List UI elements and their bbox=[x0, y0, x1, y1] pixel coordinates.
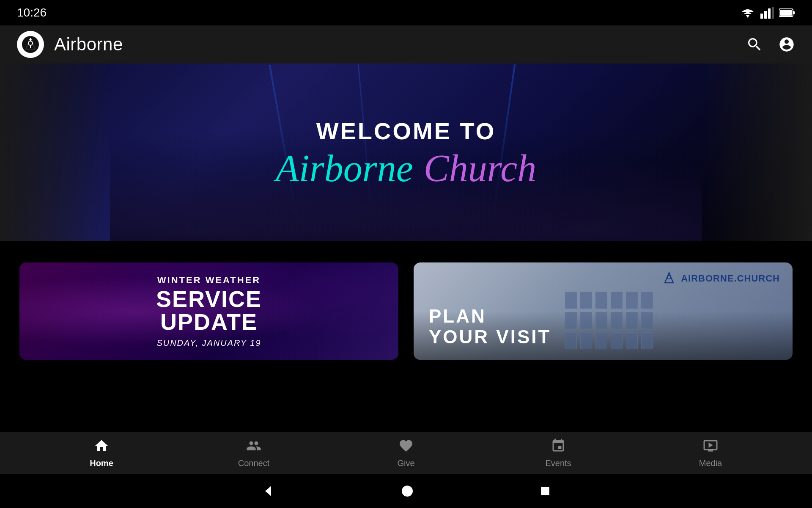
plan-visit-card[interactable]: AIRBORNE.CHURCH PLAN YOUR VISIT bbox=[414, 262, 793, 360]
signal-icon bbox=[760, 7, 774, 19]
search-icon bbox=[746, 36, 763, 53]
search-button[interactable] bbox=[746, 36, 763, 53]
service-update-card[interactable]: WINTER WEATHER SERVICE UPDATE SUNDAY, JA… bbox=[19, 262, 398, 360]
svg-rect-1 bbox=[760, 14, 763, 19]
winter-weather-label: WINTER WEATHER bbox=[157, 275, 261, 286]
events-icon bbox=[551, 438, 566, 455]
building-image bbox=[565, 292, 774, 345]
svg-point-15 bbox=[667, 276, 671, 279]
nav-item-media[interactable]: Media bbox=[685, 438, 736, 468]
service-update-title: SERVICE UPDATE bbox=[156, 287, 262, 333]
svg-rect-4 bbox=[772, 7, 774, 19]
app-title: Airborne bbox=[54, 34, 123, 55]
circle-icon bbox=[401, 485, 413, 497]
nav-connect-label: Connect bbox=[238, 458, 270, 468]
building-logo-text: AIRBORNE.CHURCH bbox=[681, 273, 780, 284]
plan-visit-label: PLAN YOUR VISIT bbox=[429, 306, 551, 347]
media-icon bbox=[703, 438, 718, 455]
hero-banner: WELCOME TO Airborne Church bbox=[0, 64, 812, 241]
back-icon bbox=[262, 485, 274, 497]
nav-item-home[interactable]: Home bbox=[76, 438, 127, 468]
cards-section: WINTER WEATHER SERVICE UPDATE SUNDAY, JA… bbox=[0, 241, 812, 373]
nav-item-events[interactable]: Events bbox=[533, 438, 584, 468]
svg-point-17 bbox=[402, 486, 413, 497]
connect-icon bbox=[246, 438, 261, 455]
wifi-icon bbox=[740, 7, 755, 19]
account-icon bbox=[778, 36, 795, 53]
svg-marker-0 bbox=[746, 15, 749, 18]
bottom-navigation: Home Connect Give Events bbox=[0, 432, 812, 474]
plan-visit-text: PLAN YOUR VISIT bbox=[429, 306, 551, 347]
status-bar: 10:26 bbox=[0, 0, 812, 25]
nav-home-label: Home bbox=[90, 458, 113, 468]
nav-media-label: Media bbox=[699, 458, 722, 468]
header-right bbox=[746, 36, 795, 53]
android-home-button[interactable] bbox=[401, 485, 413, 497]
android-nav-bar bbox=[0, 474, 812, 508]
nav-item-give[interactable]: Give bbox=[381, 438, 431, 468]
android-recents-button[interactable] bbox=[540, 486, 550, 496]
svg-rect-7 bbox=[780, 10, 792, 16]
status-time: 10:26 bbox=[17, 6, 47, 19]
home-icon bbox=[94, 438, 109, 455]
service-update-card-text: WINTER WEATHER SERVICE UPDATE SUNDAY, JA… bbox=[19, 262, 398, 360]
hero-church-name: Airborne Church bbox=[276, 149, 537, 188]
nav-events-label: Events bbox=[545, 458, 571, 468]
hero-welcome-text: WELCOME TO bbox=[316, 117, 496, 145]
svg-marker-14 bbox=[665, 273, 673, 283]
svg-rect-6 bbox=[793, 11, 795, 14]
service-update-date: SUNDAY, JANUARY 19 bbox=[156, 338, 261, 348]
app-logo bbox=[17, 31, 44, 58]
hero-text: WELCOME TO Airborne Church bbox=[276, 117, 537, 188]
logo-icon bbox=[22, 36, 39, 53]
square-icon bbox=[540, 486, 550, 496]
svg-rect-2 bbox=[764, 11, 767, 19]
hero-airborne-text: Airborne bbox=[276, 147, 413, 189]
app-header: Airborne bbox=[0, 25, 812, 64]
svg-rect-3 bbox=[768, 8, 771, 19]
building-logo: AIRBORNE.CHURCH bbox=[661, 271, 780, 286]
android-back-button[interactable] bbox=[262, 485, 274, 497]
give-icon bbox=[398, 438, 414, 455]
account-button[interactable] bbox=[778, 36, 795, 53]
hero-church-text: Church bbox=[424, 147, 537, 189]
nav-item-connect[interactable]: Connect bbox=[228, 438, 279, 468]
airborne-building-logo-icon bbox=[661, 271, 677, 286]
svg-rect-18 bbox=[541, 487, 549, 495]
svg-marker-16 bbox=[265, 486, 271, 496]
status-icons bbox=[740, 7, 795, 19]
header-left: Airborne bbox=[17, 31, 123, 58]
battery-icon bbox=[779, 8, 795, 17]
nav-give-label: Give bbox=[397, 458, 414, 468]
